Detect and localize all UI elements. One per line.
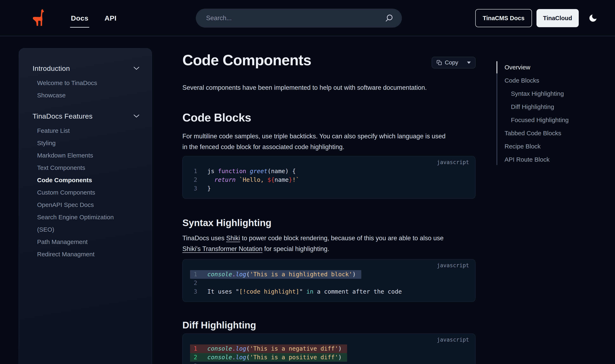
copy-button[interactable]: Copy bbox=[432, 57, 476, 68]
code-text: console.log('This is a negative diff') bbox=[207, 344, 342, 353]
copy-icon bbox=[437, 60, 442, 65]
code-line: 3It uses "[!code highlight]" in a commen… bbox=[194, 287, 469, 296]
paragraph-line: For multiline code samples, use triple b… bbox=[182, 131, 476, 142]
nav-link-api[interactable]: API bbox=[105, 14, 116, 22]
shiki-link[interactable]: Shiki bbox=[226, 234, 240, 242]
sidebar-item-text-components[interactable]: Text Components bbox=[33, 162, 129, 174]
code-line: 3} bbox=[194, 184, 469, 193]
code-text: js function greet(name) { bbox=[207, 167, 296, 176]
code-blocks-paragraph: For multiline code samples, use triple b… bbox=[182, 131, 476, 152]
sidebar-section: IntroductionWelcome to TinaDocsShowcase bbox=[33, 63, 139, 102]
sidebar-nav: IntroductionWelcome to TinaDocsShowcaseT… bbox=[19, 48, 152, 364]
syntax-highlighting-heading: Syntax Highlighting bbox=[182, 218, 476, 228]
code-block: javascript 1console.log('This is a negat… bbox=[182, 334, 476, 364]
sidebar-item-redirect-managment[interactable]: Redirect Managment bbox=[33, 248, 129, 260]
sidebar-item-openapi-spec-docs[interactable]: OpenAPI Spec Docs bbox=[33, 199, 129, 211]
toc-item-api-route-block[interactable]: API Route Block bbox=[505, 153, 612, 166]
toc-item-code-blocks[interactable]: Code Blocks bbox=[505, 74, 612, 87]
nav-actions: TinaCMS Docs TinaCloud bbox=[475, 0, 598, 36]
text: for special highlighting. bbox=[262, 245, 329, 252]
code-language-label: javascript bbox=[194, 262, 469, 269]
toc-item-tabbed-code-blocks[interactable]: Tabbed Code Blocks bbox=[505, 127, 612, 140]
sidebar-item-feature-list[interactable]: Feature List bbox=[33, 125, 129, 137]
code-text: return `Hello, ${name}!` bbox=[207, 176, 299, 184]
toc-item-recipe-block[interactable]: Recipe Block bbox=[505, 140, 612, 153]
sidebar-section-header-introduction[interactable]: Introduction bbox=[33, 63, 139, 74]
toc-item-overview[interactable]: Overview bbox=[505, 61, 612, 74]
shiki-transformer-notation-link[interactable]: Shiki's Transformer Notation bbox=[182, 245, 262, 252]
line-number: 2 bbox=[194, 279, 200, 287]
code-text: It uses "[!code highlight]" in a comment… bbox=[207, 287, 402, 296]
sidebar-item-custom-components[interactable]: Custom Components bbox=[33, 186, 129, 199]
code-text: console.log('This is a highlighted block… bbox=[207, 270, 356, 279]
toc-active-indicator bbox=[496, 61, 497, 74]
sidebar-section: TinaDocs FeaturesFeature ListStylingMark… bbox=[33, 111, 139, 260]
top-nav: Docs API TinaCMS Docs TinaCloud bbox=[0, 0, 615, 36]
paragraph-line: Shiki's Transformer Notation for special… bbox=[182, 244, 476, 254]
paragraph-line: TinaDocs uses Shiki to power code block … bbox=[182, 233, 476, 244]
code-line: 1js function greet(name) { bbox=[194, 167, 469, 176]
tinacloud-button[interactable]: TinaCloud bbox=[536, 9, 579, 27]
sidebar-item-welcome-to-tinadocs[interactable]: Welcome to TinaDocs bbox=[33, 77, 129, 89]
sidebar-item-code-components[interactable]: Code Components bbox=[33, 174, 129, 186]
code-text: console.log('This is a positive diff') bbox=[207, 353, 342, 362]
code-language-label: javascript bbox=[194, 159, 469, 165]
text: to power code block rendering, because o… bbox=[240, 234, 444, 242]
sidebar-item-list: Welcome to TinaDocsShowcase bbox=[33, 77, 139, 102]
line-number: 3 bbox=[194, 184, 200, 193]
code-text: } bbox=[207, 184, 211, 193]
llama-logo-icon[interactable] bbox=[33, 9, 45, 26]
copy-button-label: Copy bbox=[445, 59, 458, 66]
line-number: 3 bbox=[194, 287, 200, 296]
toc-item-focused-highlighting[interactable]: Focused Highlighting bbox=[505, 113, 612, 127]
code-block: javascript 1console.log('This is a highl… bbox=[182, 259, 476, 302]
line-number: 1 bbox=[194, 344, 200, 353]
code-blocks-heading: Code Blocks bbox=[182, 111, 476, 124]
chevron-down-icon bbox=[134, 115, 139, 118]
sidebar-item-showcase[interactable]: Showcase bbox=[33, 89, 129, 102]
main-content: Code Components Copy Several components … bbox=[182, 52, 476, 364]
line-number: 1 bbox=[194, 270, 200, 279]
syntax-paragraph: TinaDocs uses Shiki to power code block … bbox=[182, 233, 476, 254]
code-line: 2 bbox=[194, 279, 469, 287]
chevron-down-icon bbox=[134, 67, 139, 70]
line-number: 2 bbox=[194, 176, 200, 184]
line-number: 3 bbox=[194, 362, 200, 364]
diff-highlighting-heading: Diff Highlighting bbox=[182, 320, 476, 330]
search-input[interactable] bbox=[206, 14, 385, 22]
code-line: 2console.log('This is a positive diff') bbox=[194, 353, 469, 362]
search-bar[interactable] bbox=[196, 9, 402, 27]
dark-mode-toggle-moon-icon[interactable] bbox=[588, 13, 598, 23]
sidebar-item-styling[interactable]: Styling bbox=[33, 137, 129, 149]
tinacms-docs-button[interactable]: TinaCMS Docs bbox=[475, 9, 532, 27]
toc-item-syntax-highlighting[interactable]: Syntax Highlighting bbox=[505, 87, 612, 100]
paragraph-line: in the fenced code block for associated … bbox=[182, 142, 476, 152]
page-title: Code Components bbox=[182, 52, 311, 68]
sidebar-item-markdown-elements[interactable]: Markdown Elements bbox=[33, 149, 129, 162]
code-block: javascript 1js function greet(name) {2 r… bbox=[182, 156, 476, 199]
table-of-contents: OverviewCode BlocksSyntax HighlightingDi… bbox=[496, 61, 612, 166]
search-icon bbox=[385, 14, 393, 22]
line-number: 2 bbox=[194, 353, 200, 362]
code-line: 1console.log('This is a highlighted bloc… bbox=[194, 270, 469, 279]
sidebar-item-search-engine-optimization-seo-[interactable]: Search Engine Optimization (SEO) bbox=[33, 211, 129, 236]
code-language-label: javascript bbox=[194, 337, 469, 343]
line-number: 1 bbox=[194, 167, 200, 176]
code-line: 1console.log('This is a negative diff') bbox=[194, 344, 469, 353]
primary-nav: Docs API bbox=[71, 0, 116, 36]
code-line: 2 return `Hello, ${name}!` bbox=[194, 176, 469, 184]
toc-rule bbox=[496, 61, 497, 165]
chevron-down-icon[interactable] bbox=[467, 62, 471, 64]
sidebar-item-list: Feature ListStylingMarkdown ElementsText… bbox=[33, 125, 139, 260]
intro-paragraph: Several components have been implemented… bbox=[182, 83, 476, 92]
nav-link-docs[interactable]: Docs bbox=[71, 14, 88, 22]
code-line: 3 bbox=[194, 362, 469, 364]
sidebar-section-title: Introduction bbox=[33, 65, 70, 72]
sidebar-section-header-tinadocs-features[interactable]: TinaDocs Features bbox=[33, 111, 139, 121]
sidebar-section-title: TinaDocs Features bbox=[33, 112, 93, 120]
text: TinaDocs uses bbox=[182, 234, 226, 242]
toc-item-diff-highlighting[interactable]: Diff Highlighting bbox=[505, 100, 612, 113]
sidebar-item-path-management[interactable]: Path Management bbox=[33, 236, 129, 248]
